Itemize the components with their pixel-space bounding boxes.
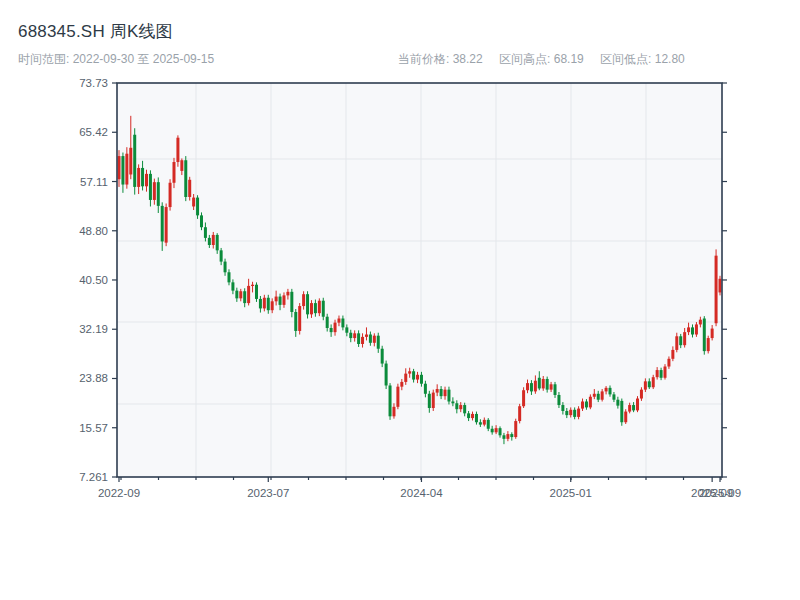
candle (707, 336, 710, 354)
candle-body (345, 327, 348, 332)
candle-body (318, 301, 321, 313)
candle-body (616, 400, 619, 406)
candle-body (196, 198, 199, 216)
candle-body (212, 235, 215, 245)
candle-body (495, 428, 498, 432)
candle-body (691, 327, 694, 334)
candle-body (243, 291, 246, 303)
candle-body (389, 385, 392, 416)
candle-body (231, 282, 234, 290)
candle-body (656, 370, 659, 377)
candle-body (129, 148, 132, 175)
candle (715, 249, 718, 326)
candle-body (271, 301, 274, 310)
candle-body (467, 413, 470, 418)
candle-body (420, 375, 423, 384)
candle-body (310, 303, 313, 314)
candle-body (522, 390, 525, 406)
candle-body (455, 403, 458, 409)
candle-body (125, 154, 128, 185)
y-tick-label: 32.19 (79, 323, 108, 335)
candle-body (557, 395, 560, 405)
candle-body (542, 379, 545, 388)
candle-body (377, 336, 380, 349)
candle-body (255, 285, 258, 299)
candle-body (632, 405, 635, 410)
candle-body (373, 336, 376, 343)
candle-body (483, 420, 486, 425)
candle (636, 396, 639, 412)
candle-body (200, 215, 203, 227)
candle-body (169, 183, 172, 207)
candle-body (640, 390, 643, 399)
candle-body (381, 349, 384, 364)
candle-body (510, 434, 513, 437)
candle (298, 303, 301, 334)
candle-body (432, 393, 435, 408)
candle-body (471, 414, 474, 418)
candle-body (601, 391, 604, 399)
kline-candlestick-chart: 73.7365.4257.1148.8040.5032.1923.8815.57… (0, 0, 800, 600)
candle-body (699, 320, 702, 325)
candle-body (286, 292, 289, 296)
candle (188, 177, 191, 201)
x-tick-label: 2025-09 (699, 487, 741, 499)
candle-body (216, 235, 219, 250)
candle-body (577, 409, 580, 417)
candle (432, 390, 435, 411)
candle-body (664, 367, 667, 378)
y-tick-label: 7.261 (79, 471, 108, 483)
candle-body (554, 384, 557, 395)
candle-body (188, 180, 191, 197)
candle-body (192, 198, 195, 207)
candle-body (172, 162, 175, 183)
candle-body (298, 306, 301, 331)
candle-body (424, 384, 427, 394)
candle-body (671, 350, 674, 359)
candle-body (648, 381, 651, 387)
candle-body (624, 412, 627, 423)
candle-body (137, 168, 140, 187)
y-tick-label: 40.50 (79, 274, 108, 286)
candle-body (392, 407, 395, 416)
candle-body (306, 294, 309, 314)
candle-body (341, 319, 344, 328)
candle-body (290, 292, 293, 312)
candle-body (404, 374, 407, 382)
candle-body (267, 298, 270, 310)
candle-body (538, 378, 541, 389)
candle-body (204, 227, 207, 238)
candle-body (667, 359, 670, 367)
candle-body (679, 336, 682, 345)
candle-body (597, 394, 600, 400)
candle-body (636, 399, 639, 411)
candle-body (703, 319, 706, 352)
candle (133, 128, 136, 194)
candle-body (251, 285, 254, 286)
candle-body (436, 389, 439, 393)
candle (396, 384, 399, 409)
candle-body (118, 156, 121, 179)
y-tick-label: 73.73 (79, 77, 108, 89)
candle-body (282, 295, 285, 304)
candle-body (149, 174, 152, 200)
candle (165, 204, 168, 247)
candle-body (479, 422, 482, 424)
candle-body (279, 297, 282, 305)
candle-body (644, 381, 647, 389)
candle-body (145, 174, 148, 186)
candle-body (506, 434, 509, 439)
candle-body (396, 387, 399, 407)
candle-body (263, 298, 266, 309)
candle-body (121, 156, 124, 184)
candle-body (487, 420, 490, 429)
x-tick-label: 2023-07 (247, 487, 289, 499)
candle-body (463, 405, 466, 413)
candle-body (208, 238, 211, 245)
y-axis-labels: 73.7365.4257.1148.8040.5032.1923.8815.57… (79, 77, 108, 483)
candle-body (695, 324, 698, 334)
candle (703, 316, 706, 355)
candle-body (227, 272, 230, 282)
candle-body (180, 160, 183, 171)
candle-body (675, 336, 678, 350)
